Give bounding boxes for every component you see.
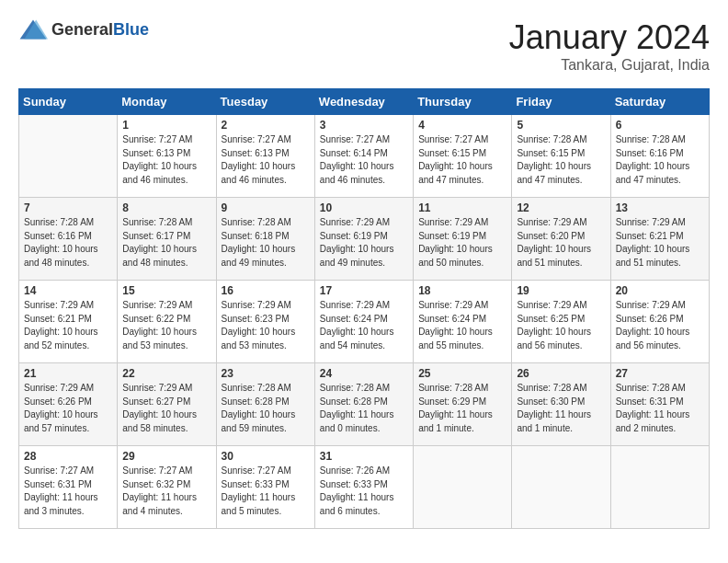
day-info: Sunrise: 7:29 AM Sunset: 6:21 PM Dayligh… bbox=[616, 216, 704, 270]
calendar-header: SundayMondayTuesdayWednesdayThursdayFrid… bbox=[19, 89, 710, 115]
day-number: 8 bbox=[122, 201, 210, 214]
day-number: 22 bbox=[122, 367, 210, 380]
calendar-cell: 4Sunrise: 7:27 AM Sunset: 6:15 PM Daylig… bbox=[414, 115, 512, 198]
logo-blue: Blue bbox=[113, 20, 149, 39]
day-info: Sunrise: 7:27 AM Sunset: 6:13 PM Dayligh… bbox=[222, 133, 310, 187]
calendar-week-row: 14Sunrise: 7:29 AM Sunset: 6:21 PM Dayli… bbox=[19, 281, 710, 363]
day-number: 20 bbox=[616, 284, 704, 297]
day-info: Sunrise: 7:29 AM Sunset: 6:21 PM Dayligh… bbox=[24, 299, 112, 352]
day-info: Sunrise: 7:27 AM Sunset: 6:15 PM Dayligh… bbox=[418, 133, 506, 187]
day-number: 1 bbox=[122, 119, 210, 132]
calendar-cell: 23Sunrise: 7:28 AM Sunset: 6:28 PM Dayli… bbox=[216, 363, 314, 446]
calendar-week-row: 1Sunrise: 7:27 AM Sunset: 6:13 PM Daylig… bbox=[19, 115, 710, 198]
day-info: Sunrise: 7:29 AM Sunset: 6:24 PM Dayligh… bbox=[418, 299, 506, 352]
calendar-cell: 3Sunrise: 7:27 AM Sunset: 6:14 PM Daylig… bbox=[314, 115, 413, 198]
day-info: Sunrise: 7:27 AM Sunset: 6:31 PM Dayligh… bbox=[24, 465, 112, 518]
calendar-cell: 21Sunrise: 7:29 AM Sunset: 6:26 PM Dayli… bbox=[19, 363, 118, 446]
month-title: January 2024 bbox=[509, 18, 710, 57]
calendar-cell: 19Sunrise: 7:29 AM Sunset: 6:25 PM Dayli… bbox=[512, 281, 610, 363]
day-number: 30 bbox=[222, 450, 310, 463]
day-number: 19 bbox=[517, 284, 605, 297]
day-info: Sunrise: 7:29 AM Sunset: 6:19 PM Dayligh… bbox=[418, 216, 506, 270]
calendar-cell bbox=[19, 115, 118, 198]
weekday-header: Monday bbox=[118, 89, 216, 115]
calendar-week-row: 7Sunrise: 7:28 AM Sunset: 6:16 PM Daylig… bbox=[19, 198, 710, 281]
calendar-cell: 31Sunrise: 7:26 AM Sunset: 6:33 PM Dayli… bbox=[314, 446, 413, 529]
calendar-cell: 26Sunrise: 7:28 AM Sunset: 6:30 PM Dayli… bbox=[512, 363, 610, 446]
day-info: Sunrise: 7:27 AM Sunset: 6:32 PM Dayligh… bbox=[122, 465, 210, 518]
day-info: Sunrise: 7:29 AM Sunset: 6:26 PM Dayligh… bbox=[616, 299, 704, 352]
day-info: Sunrise: 7:29 AM Sunset: 6:24 PM Dayligh… bbox=[320, 299, 408, 352]
day-info: Sunrise: 7:27 AM Sunset: 6:14 PM Dayligh… bbox=[320, 133, 408, 187]
day-number: 13 bbox=[616, 201, 704, 214]
day-info: Sunrise: 7:28 AM Sunset: 6:29 PM Dayligh… bbox=[418, 382, 506, 435]
calendar-cell: 5Sunrise: 7:28 AM Sunset: 6:15 PM Daylig… bbox=[512, 115, 610, 198]
day-info: Sunrise: 7:29 AM Sunset: 6:23 PM Dayligh… bbox=[222, 299, 310, 352]
calendar-cell: 24Sunrise: 7:28 AM Sunset: 6:28 PM Dayli… bbox=[314, 363, 413, 446]
calendar-cell: 7Sunrise: 7:28 AM Sunset: 6:16 PM Daylig… bbox=[19, 198, 118, 281]
day-number: 23 bbox=[222, 367, 310, 380]
title-section: January 2024 Tankara, Gujarat, India bbox=[509, 18, 710, 74]
day-number: 3 bbox=[320, 119, 408, 132]
calendar-week-row: 28Sunrise: 7:27 AM Sunset: 6:31 PM Dayli… bbox=[19, 446, 710, 529]
calendar-cell: 30Sunrise: 7:27 AM Sunset: 6:33 PM Dayli… bbox=[216, 446, 314, 529]
day-info: Sunrise: 7:28 AM Sunset: 6:17 PM Dayligh… bbox=[122, 216, 210, 270]
day-info: Sunrise: 7:28 AM Sunset: 6:31 PM Dayligh… bbox=[616, 382, 704, 435]
logo-text: GeneralBlue bbox=[51, 20, 149, 40]
day-number: 27 bbox=[616, 367, 704, 380]
calendar-cell: 8Sunrise: 7:28 AM Sunset: 6:17 PM Daylig… bbox=[118, 198, 216, 281]
calendar-cell: 22Sunrise: 7:29 AM Sunset: 6:27 PM Dayli… bbox=[118, 363, 216, 446]
day-number: 5 bbox=[517, 119, 605, 132]
day-info: Sunrise: 7:29 AM Sunset: 6:22 PM Dayligh… bbox=[122, 299, 210, 352]
weekday-header: Friday bbox=[512, 89, 610, 115]
calendar-cell: 16Sunrise: 7:29 AM Sunset: 6:23 PM Dayli… bbox=[216, 281, 314, 363]
calendar-cell: 1Sunrise: 7:27 AM Sunset: 6:13 PM Daylig… bbox=[118, 115, 216, 198]
day-number: 29 bbox=[122, 450, 210, 463]
day-number: 16 bbox=[222, 284, 310, 297]
calendar-cell: 17Sunrise: 7:29 AM Sunset: 6:24 PM Dayli… bbox=[314, 281, 413, 363]
day-info: Sunrise: 7:29 AM Sunset: 6:20 PM Dayligh… bbox=[517, 216, 605, 270]
day-number: 10 bbox=[320, 201, 408, 214]
calendar-cell: 9Sunrise: 7:28 AM Sunset: 6:18 PM Daylig… bbox=[216, 198, 314, 281]
day-info: Sunrise: 7:26 AM Sunset: 6:33 PM Dayligh… bbox=[320, 465, 408, 518]
day-info: Sunrise: 7:29 AM Sunset: 6:26 PM Dayligh… bbox=[24, 382, 112, 435]
logo: GeneralBlue bbox=[18, 18, 149, 40]
calendar-cell: 29Sunrise: 7:27 AM Sunset: 6:32 PM Dayli… bbox=[118, 446, 216, 529]
calendar-cell: 20Sunrise: 7:29 AM Sunset: 6:26 PM Dayli… bbox=[610, 281, 709, 363]
day-number: 25 bbox=[418, 367, 506, 380]
day-number: 4 bbox=[418, 119, 506, 132]
calendar-week-row: 21Sunrise: 7:29 AM Sunset: 6:26 PM Dayli… bbox=[19, 363, 710, 446]
calendar-cell: 15Sunrise: 7:29 AM Sunset: 6:22 PM Dayli… bbox=[118, 281, 216, 363]
weekday-header: Tuesday bbox=[216, 89, 314, 115]
day-number: 17 bbox=[320, 284, 408, 297]
day-number: 31 bbox=[320, 450, 408, 463]
day-number: 24 bbox=[320, 367, 408, 380]
calendar-cell: 18Sunrise: 7:29 AM Sunset: 6:24 PM Dayli… bbox=[414, 281, 512, 363]
calendar-cell: 11Sunrise: 7:29 AM Sunset: 6:19 PM Dayli… bbox=[414, 198, 512, 281]
day-info: Sunrise: 7:29 AM Sunset: 6:19 PM Dayligh… bbox=[320, 216, 408, 270]
calendar-table: SundayMondayTuesdayWednesdayThursdayFrid… bbox=[18, 88, 710, 529]
weekday-header: Thursday bbox=[414, 89, 512, 115]
day-info: Sunrise: 7:29 AM Sunset: 6:25 PM Dayligh… bbox=[517, 299, 605, 352]
calendar-cell: 27Sunrise: 7:28 AM Sunset: 6:31 PM Dayli… bbox=[610, 363, 709, 446]
calendar-cell: 25Sunrise: 7:28 AM Sunset: 6:29 PM Dayli… bbox=[414, 363, 512, 446]
day-info: Sunrise: 7:28 AM Sunset: 6:28 PM Dayligh… bbox=[320, 382, 408, 435]
day-info: Sunrise: 7:28 AM Sunset: 6:15 PM Dayligh… bbox=[517, 133, 605, 187]
day-number: 26 bbox=[517, 367, 605, 380]
day-number: 12 bbox=[517, 201, 605, 214]
calendar-cell: 12Sunrise: 7:29 AM Sunset: 6:20 PM Dayli… bbox=[512, 198, 610, 281]
day-info: Sunrise: 7:28 AM Sunset: 6:16 PM Dayligh… bbox=[616, 133, 704, 187]
day-number: 6 bbox=[616, 119, 704, 132]
day-number: 21 bbox=[24, 367, 112, 380]
calendar-cell: 2Sunrise: 7:27 AM Sunset: 6:13 PM Daylig… bbox=[216, 115, 314, 198]
calendar-cell: 28Sunrise: 7:27 AM Sunset: 6:31 PM Dayli… bbox=[19, 446, 118, 529]
day-number: 15 bbox=[122, 284, 210, 297]
day-info: Sunrise: 7:28 AM Sunset: 6:18 PM Dayligh… bbox=[222, 216, 310, 270]
weekday-row: SundayMondayTuesdayWednesdayThursdayFrid… bbox=[19, 89, 710, 115]
day-info: Sunrise: 7:28 AM Sunset: 6:16 PM Dayligh… bbox=[24, 216, 112, 270]
calendar-cell bbox=[610, 446, 709, 529]
calendar-cell: 14Sunrise: 7:29 AM Sunset: 6:21 PM Dayli… bbox=[19, 281, 118, 363]
weekday-header: Saturday bbox=[610, 89, 709, 115]
day-info: Sunrise: 7:27 AM Sunset: 6:13 PM Dayligh… bbox=[122, 133, 210, 187]
day-number: 28 bbox=[24, 450, 112, 463]
